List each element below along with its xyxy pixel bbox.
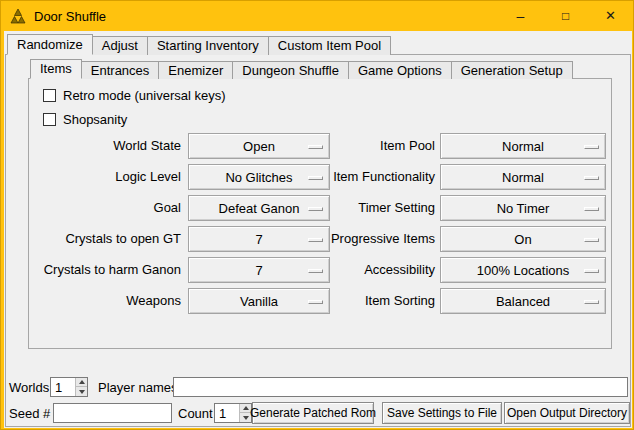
accessibility-label: Accessibility (309, 257, 435, 283)
item-sorting-value: Balanced (496, 294, 550, 309)
world-state-label: World State (29, 133, 181, 159)
logic-level-label: Logic Level (29, 164, 181, 190)
seed-label: Seed # (9, 406, 50, 421)
spin-up-button[interactable] (75, 378, 87, 387)
weapons-value: Vanilla (240, 294, 278, 309)
dropdown-indicator-icon (584, 269, 599, 273)
weapons-label: Weapons (29, 288, 181, 314)
window-title: Door Shuffle (34, 9, 106, 24)
close-icon: ✕ (605, 9, 616, 22)
tab-entrances[interactable]: Entrances (81, 61, 160, 79)
world-state-value: Open (243, 139, 275, 154)
retro-mode-label: Retro mode (universal keys) (63, 88, 226, 103)
minimize-icon: – (517, 9, 525, 23)
crystals-ganon-value: 7 (255, 263, 262, 278)
setting-row: Crystals to harm Ganon 7 Accessibility 1… (29, 257, 613, 283)
open-output-button[interactable]: Open Output Directory (504, 402, 630, 424)
timer-setting-dropdown[interactable]: No Timer (440, 195, 606, 221)
outer-tabbar: Randomize Adjust Starting Inventory Cust… (7, 34, 390, 55)
timer-setting-value: No Timer (497, 201, 550, 216)
player-names-label: Player names (98, 380, 177, 395)
seed-input[interactable] (53, 403, 172, 423)
arrow-down-icon (79, 390, 85, 394)
setting-row: Crystals to open GT 7 Progressive Items … (29, 226, 613, 252)
worlds-input[interactable] (52, 379, 74, 395)
progressive-items-dropdown[interactable]: On (440, 226, 606, 252)
app-icon[interactable] (10, 8, 26, 24)
window-content: Randomize Adjust Starting Inventory Cust… (4, 31, 632, 428)
crystals-gt-label: Crystals to open GT (29, 226, 181, 252)
item-sorting-label: Item Sorting (309, 288, 435, 314)
tab-items[interactable]: Items (30, 59, 82, 79)
item-pool-value: Normal (502, 139, 544, 154)
dropdown-indicator-icon (584, 238, 599, 242)
dropdown-indicator-icon (584, 207, 599, 211)
tab-starting-inventory[interactable]: Starting Inventory (147, 36, 269, 55)
shopsanity-label: Shopsanity (63, 112, 127, 127)
logic-level-value: No Glitches (225, 170, 292, 185)
inner-tabbar: Items Entrances Enemizer Dungeon Shuffle… (30, 59, 572, 79)
caption-buttons: – □ ✕ (498, 1, 633, 30)
shopsanity-checkbox[interactable] (43, 113, 56, 126)
worlds-spin-arrows (75, 378, 87, 396)
crystals-gt-value: 7 (255, 232, 262, 247)
item-functionality-dropdown[interactable]: Normal (440, 164, 606, 190)
app-window: Door Shuffle – □ ✕ Randomize Adjust Star… (0, 0, 634, 430)
retro-mode-row: Retro mode (universal keys) (43, 88, 226, 103)
progressive-items-label: Progressive Items (309, 226, 435, 252)
retro-mode-checkbox[interactable] (43, 89, 56, 102)
arrow-down-icon (243, 416, 249, 420)
accessibility-dropdown[interactable]: 100% Locations (440, 257, 606, 283)
setting-row: Weapons Vanilla Item Sorting Balanced (29, 288, 613, 314)
dropdown-indicator-icon (584, 145, 599, 149)
titlebar[interactable]: Door Shuffle – □ ✕ (1, 1, 633, 31)
crystals-ganon-label: Crystals to harm Ganon (29, 257, 181, 283)
arrow-up-icon (79, 380, 85, 384)
tab-enemizer[interactable]: Enemizer (158, 61, 233, 79)
shopsanity-row: Shopsanity (43, 112, 127, 127)
tab-randomize[interactable]: Randomize (7, 34, 93, 55)
worlds-label: Worlds (9, 380, 49, 395)
save-settings-button[interactable]: Save Settings to File (382, 402, 502, 424)
generate-rom-button[interactable]: Generate Patched Rom (252, 402, 374, 424)
worlds-spinbox[interactable] (50, 377, 88, 397)
player-names-input[interactable] (173, 377, 628, 397)
maximize-icon: □ (562, 10, 569, 22)
close-button[interactable]: ✕ (588, 1, 633, 30)
item-pool-dropdown[interactable]: Normal (440, 133, 606, 159)
item-functionality-label: Item Functionality (309, 164, 435, 190)
count-spinbox[interactable] (214, 403, 252, 423)
goal-label: Goal (29, 195, 181, 221)
tab-custom-item-pool[interactable]: Custom Item Pool (268, 36, 391, 55)
items-pane: Retro mode (universal keys) Shopsanity W… (28, 78, 612, 349)
tab-generation-setup[interactable]: Generation Setup (451, 61, 573, 79)
dropdown-indicator-icon (584, 176, 599, 180)
triforce-icon (10, 8, 26, 24)
minimize-button[interactable]: – (498, 1, 543, 30)
setting-row: World State Open Item Pool Normal (29, 133, 613, 159)
tab-adjust[interactable]: Adjust (92, 36, 148, 55)
arrow-up-icon (243, 406, 249, 410)
count-input[interactable] (216, 405, 238, 421)
setting-row: Goal Defeat Ganon Timer Setting No Timer (29, 195, 613, 221)
dropdown-indicator-icon (584, 300, 599, 304)
accessibility-value: 100% Locations (477, 263, 570, 278)
goal-value: Defeat Ganon (219, 201, 300, 216)
maximize-button[interactable]: □ (543, 1, 588, 30)
setting-row: Logic Level No Glitches Item Functionali… (29, 164, 613, 190)
item-pool-label: Item Pool (309, 133, 435, 159)
spin-down-button[interactable] (75, 387, 87, 396)
timer-setting-label: Timer Setting (309, 195, 435, 221)
tab-dungeon-shuffle[interactable]: Dungeon Shuffle (232, 61, 349, 79)
tab-game-options[interactable]: Game Options (348, 61, 452, 79)
item-sorting-dropdown[interactable]: Balanced (440, 288, 606, 314)
count-label: Count (178, 406, 213, 421)
item-functionality-value: Normal (502, 170, 544, 185)
progressive-items-value: On (514, 232, 531, 247)
